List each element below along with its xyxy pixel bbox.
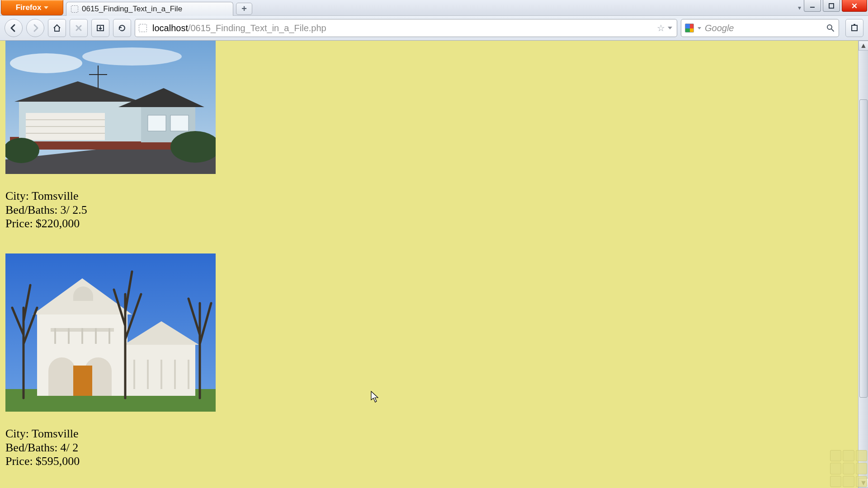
svg-rect-18: [170, 115, 189, 131]
search-icon[interactable]: [826, 23, 835, 33]
site-identity-icon[interactable]: [139, 24, 147, 32]
content-viewport: City: Tomsville Bed/Baths: 3/ 2.5 Price:…: [0, 41, 868, 488]
city-label: City:: [5, 427, 29, 441]
listing-price-line: Price: $595,000: [5, 455, 863, 469]
search-engine-icon[interactable]: [685, 23, 694, 33]
firefox-menu-label: Firefox: [16, 3, 42, 12]
downloads-button[interactable]: [91, 19, 109, 37]
bedbath-value: 4/ 2: [61, 441, 79, 455]
url-host: localhost: [152, 23, 188, 33]
addons-icon: [850, 23, 859, 33]
bedbath-label: Bed/Baths:: [5, 441, 58, 455]
listing-bedbath-line: Bed/Baths: 3/ 2.5: [5, 203, 863, 217]
arrow-left-icon: [9, 23, 18, 33]
listing-price-line: Price: $220,000: [5, 217, 863, 231]
chevron-down-icon: ▾: [798, 4, 801, 11]
close-icon: [851, 3, 858, 9]
price-value: $595,000: [36, 455, 80, 469]
bedbath-label: Bed/Baths:: [5, 203, 58, 217]
bookmark-caret-icon[interactable]: [668, 27, 672, 29]
back-button[interactable]: [5, 19, 23, 37]
addons-button[interactable]: [845, 19, 863, 37]
reload-button[interactable]: [113, 19, 131, 37]
stop-button[interactable]: [70, 19, 88, 37]
minimize-button[interactable]: [804, 0, 821, 12]
vertical-scrollbar[interactable]: ▲ ▼: [858, 41, 868, 488]
forward-button[interactable]: [26, 19, 44, 37]
listing-image: [5, 253, 216, 412]
svg-rect-4: [852, 25, 857, 31]
plus-icon: +: [241, 4, 247, 14]
url-path: /0615_Finding_Text_in_a_File.php: [188, 23, 326, 33]
tab-title: 0615_Finding_Text_in_a_File: [82, 5, 182, 14]
scroll-thumb[interactable]: [859, 99, 868, 398]
svg-point-8: [82, 47, 182, 66]
price-value: $220,000: [36, 217, 80, 231]
bookmark-star-icon[interactable]: ☆: [657, 23, 665, 33]
window-controls: [804, 0, 867, 15]
watermark-icon: [830, 450, 867, 487]
maximize-button[interactable]: [823, 0, 840, 12]
close-button[interactable]: [842, 0, 867, 12]
new-tab-button[interactable]: +: [236, 3, 252, 15]
price-label: Price:: [5, 217, 33, 231]
listing: City: Tomsville Bed/Baths: 3/ 2.5 Price:…: [5, 41, 863, 231]
page-body: City: Tomsville Bed/Baths: 3/ 2.5 Price:…: [0, 41, 868, 488]
city-value: Tomsville: [32, 427, 79, 441]
home-button[interactable]: [48, 19, 66, 37]
arrow-right-icon: [31, 23, 40, 33]
search-placeholder: Google: [705, 23, 822, 33]
search-box[interactable]: Google: [681, 19, 839, 37]
svg-point-7: [10, 53, 82, 73]
listing-bedbath-line: Bed/Baths: 4/ 2: [5, 441, 863, 455]
browser-tab[interactable]: 0615_Finding_Text_in_a_File: [66, 2, 233, 16]
titlebar: Firefox 0615_Finding_Text_in_a_File + ▾: [0, 0, 868, 16]
city-value: Tomsville: [32, 189, 79, 203]
tabs-list-button[interactable]: ▾: [795, 0, 804, 15]
listing-city-line: City: Tomsville: [5, 189, 863, 203]
home-icon: [52, 23, 61, 33]
city-label: City:: [5, 189, 29, 203]
svg-rect-17: [148, 115, 166, 131]
listing-image: [5, 41, 216, 174]
minimize-icon: [809, 3, 816, 9]
listing-city-line: City: Tomsville: [5, 427, 863, 441]
svg-rect-1: [829, 4, 834, 8]
price-label: Price:: [5, 455, 33, 469]
url-bar[interactable]: localhost/0615_Finding_Text_in_a_File.ph…: [135, 19, 677, 37]
svg-rect-5: [854, 24, 855, 26]
search-engine-caret-icon[interactable]: [698, 27, 701, 29]
firefox-menu-button[interactable]: Firefox: [1, 0, 63, 15]
favicon-icon: [71, 5, 78, 13]
scroll-up-button[interactable]: ▲: [859, 41, 868, 51]
titlebar-spacer: [252, 0, 795, 15]
stop-icon: [74, 23, 83, 33]
bedbath-value: 3/ 2.5: [61, 203, 87, 217]
reload-icon: [118, 23, 127, 33]
svg-rect-0: [810, 7, 815, 8]
listing: City: Tomsville Bed/Baths: 4/ 2 Price: $…: [5, 253, 863, 469]
maximize-icon: [828, 3, 835, 9]
svg-rect-35: [73, 366, 92, 396]
downloads-icon: [96, 23, 105, 33]
caret-down-icon: [44, 6, 48, 9]
nav-toolbar: localhost/0615_Finding_Text_in_a_File.ph…: [0, 16, 868, 41]
